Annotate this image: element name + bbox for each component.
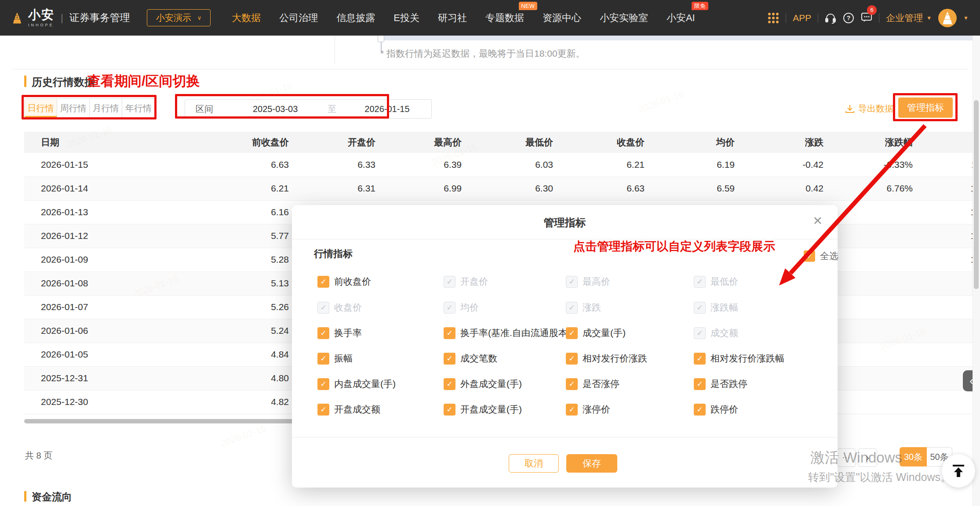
- select-all-checkbox[interactable]: ✓ 全选: [804, 250, 838, 262]
- manage-indicators-button[interactable]: 管理指标: [898, 98, 953, 118]
- indicator-checkbox-开盘成交额[interactable]: ✓开盘成交额: [317, 403, 380, 416]
- export-data-button[interactable]: 导出数据: [845, 103, 893, 115]
- date-range-input[interactable]: 区间 2025-03-03 至 2026-01-15: [185, 99, 432, 119]
- cell-均价: 6.19: [645, 153, 735, 177]
- chart-gridline-remnant: [335, 36, 335, 64]
- cancel-button[interactable]: 取消: [509, 454, 559, 473]
- chevron-down-icon: ∨: [197, 14, 202, 21]
- select-all-label: 全选: [820, 250, 838, 262]
- apps-grid-icon[interactable]: [768, 12, 779, 24]
- nav-item-专题数据[interactable]: 专题数据NEW: [485, 11, 524, 25]
- save-button[interactable]: 保存: [566, 454, 617, 473]
- indicator-label: 振幅: [334, 352, 353, 365]
- indicator-checkbox-内盘成交量(手)[interactable]: ✓内盘成交量(手): [317, 378, 396, 390]
- manage-indicators-modal: 管理指标 ✕ 行情指标 点击管理指标可以自定义列表字段展示 ✓ 全选 ✓前收盘价…: [292, 205, 838, 488]
- checkbox-checked-icon: ✓: [694, 378, 706, 390]
- tab-日行情[interactable]: 日行情: [25, 99, 57, 117]
- checkbox-checked-icon: ✓: [317, 378, 329, 390]
- checkbox-checked-icon: ✓: [317, 276, 329, 288]
- indicator-checkbox-前收盘价[interactable]: ✓前收盘价: [317, 275, 371, 288]
- indicator-checkbox-相对发行价涨跌[interactable]: ✓相对发行价涨跌: [566, 352, 647, 365]
- cell-换手率: 7.05%: [913, 343, 980, 366]
- cell-换手率: 11.84%: [913, 153, 980, 177]
- cell-换手率: 5.08%: [913, 319, 980, 343]
- app-link[interactable]: APP: [793, 13, 811, 23]
- nav-item-E投关[interactable]: E投关: [393, 11, 419, 25]
- close-icon[interactable]: ✕: [812, 214, 823, 228]
- nav-item-研习社[interactable]: 研习社: [438, 11, 467, 25]
- vertical-scrollbar-thumb[interactable]: [974, 100, 979, 289]
- nav-item-公司治理[interactable]: 公司治理: [279, 11, 318, 25]
- messages-button[interactable]: 6: [861, 11, 872, 25]
- indicator-checkbox-成交笔数[interactable]: ✓成交笔数: [444, 352, 497, 365]
- range-end-value[interactable]: 2026-01-15: [364, 104, 409, 114]
- checkbox-checked-icon: ✓: [444, 353, 455, 365]
- divider: [818, 13, 818, 23]
- nav-item-小安实验室[interactable]: 小安实验室: [600, 11, 648, 25]
- indicator-checkbox-外盘成交量(手)[interactable]: ✓外盘成交量(手): [444, 378, 522, 390]
- indicator-checkbox-是否跌停[interactable]: ✓是否跌停: [694, 378, 747, 390]
- column-header-前收盘价: 前收盘价: [197, 132, 289, 153]
- indicator-checkbox-成交额: ✓成交额: [694, 327, 738, 339]
- nav-item-信息披露[interactable]: 信息披露: [336, 11, 375, 25]
- checkbox-checked-icon: ✓: [444, 327, 455, 339]
- section-title: 历史行情数据: [32, 75, 95, 89]
- cell-日期: 2026-01-07: [24, 295, 197, 319]
- indicator-label: 开盘价: [460, 275, 488, 288]
- section-divider: [12, 69, 968, 69]
- indicator-checkbox-成交量(手)[interactable]: ✓成交量(手): [566, 327, 626, 339]
- indicator-checkbox-收盘价: ✓收盘价: [317, 301, 362, 314]
- indicator-checkbox-相对发行价涨跌幅[interactable]: ✓相对发行价涨跌幅: [694, 352, 784, 365]
- indicator-checkbox-换手率[interactable]: ✓换手率: [317, 327, 362, 339]
- tab-月行情[interactable]: 月行情: [90, 99, 122, 117]
- indicator-checkbox-跌停价[interactable]: ✓跌停价: [694, 403, 738, 416]
- cell-日期: 2026-01-08: [24, 271, 197, 295]
- indicator-checkbox-开盘成交量(手)[interactable]: ✓开盘成交量(手): [444, 403, 522, 416]
- user-menu-caret[interactable]: ▼: [963, 15, 969, 21]
- indicator-checkbox-换手率(基准.自由流通股本)[interactable]: ✓换手率(基准.自由流通股本): [444, 327, 571, 339]
- brand[interactable]: 小安 INHOPE: [11, 9, 55, 27]
- cell-换手率: 5.41%: [913, 271, 980, 295]
- pagination-ellipsis-button[interactable]: ···: [837, 448, 856, 467]
- checkbox-checked-icon: ✓: [566, 378, 578, 390]
- product-name: 证券事务管理: [69, 11, 130, 25]
- checkbox-checked-icon: ✓: [566, 353, 578, 365]
- cell-开盘价: 6.31: [289, 177, 375, 200]
- tab-年行情[interactable]: 年行情: [122, 99, 155, 117]
- environment-switcher[interactable]: 小安演示 ∨: [147, 9, 211, 26]
- indicator-group-label: 行情指标: [314, 247, 353, 260]
- nav-item-大数据[interactable]: 大数据: [232, 11, 261, 25]
- help-icon[interactable]: ?: [843, 12, 854, 24]
- range-start-value[interactable]: 2025-03-03: [253, 104, 298, 114]
- cell-日期: 2026-01-13: [24, 200, 197, 224]
- logo-subtext: INHOPE: [28, 23, 55, 27]
- cell-换手率: 3.26%: [913, 295, 980, 319]
- indicator-checkbox-是否涨停[interactable]: ✓是否涨停: [566, 378, 619, 390]
- table-row[interactable]: 2026-01-146.216.316.996.306.636.590.426.…: [24, 177, 980, 200]
- chart-brush-bar[interactable]: [382, 36, 973, 40]
- header-divider: |: [61, 12, 63, 24]
- page-size-30条[interactable]: 30条: [900, 447, 927, 466]
- org-management-menu[interactable]: 企业管理 ▼: [886, 12, 932, 24]
- indicator-label: 涨跌幅: [710, 301, 738, 314]
- headset-icon[interactable]: [825, 12, 836, 24]
- checkbox-checked-icon: ✓: [694, 302, 706, 314]
- total-pages-label: 共 8 页: [25, 450, 52, 462]
- nav-item-资源中心[interactable]: 资源中心: [543, 11, 581, 25]
- indicator-checkbox-振幅[interactable]: ✓振幅: [317, 352, 353, 365]
- indicator-checkbox-开盘价: ✓开盘价: [444, 275, 488, 288]
- indicator-label: 是否跌停: [710, 378, 747, 390]
- svg-text:?: ?: [847, 14, 851, 22]
- indicator-checkbox-涨停价[interactable]: ✓涨停价: [566, 403, 610, 416]
- pagination-next-button[interactable]: ›: [858, 448, 877, 467]
- back-to-top-button[interactable]: [942, 454, 975, 488]
- tab-周行情[interactable]: 周行情: [57, 99, 90, 117]
- cell-涨跌: 0.42: [735, 177, 823, 200]
- cell-最高价: 6.99: [375, 177, 462, 200]
- table-row[interactable]: 2026-01-156.636.336.396.036.216.19-0.42-…: [24, 153, 980, 177]
- nav-item-小安AI[interactable]: 小安AI限免: [667, 11, 695, 25]
- indicator-label: 成交额: [710, 327, 738, 339]
- user-avatar[interactable]: [938, 9, 957, 27]
- notification-badge: 6: [867, 5, 877, 15]
- indicator-label: 最低价: [710, 275, 738, 288]
